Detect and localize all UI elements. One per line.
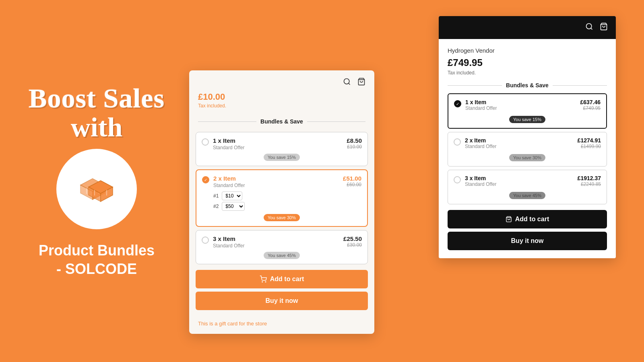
product-search-icon[interactable] [585,23,593,33]
add-to-cart-label: Add to cart [270,276,304,283]
bundle-1-save-badge: You save 15% [264,154,300,161]
buy-it-now-label: Buy it now [266,297,298,304]
product-bundle-3-save-badge: You save 45% [509,192,545,199]
product-bundle-row-2[interactable]: 2 x Item Standard Offer £1274.91 £1499.9… [448,132,607,167]
price-section: £10.00 Tax included. [189,92,374,114]
product-price: £749.95 [448,57,607,68]
left-panel: Boost Sales with [0,0,193,362]
product-bundle-row-3[interactable]: 3 x Item Standard Offer £1912.37 £2249.8… [448,170,607,204]
dropdown-select-2[interactable]: $50 $10 $100 [222,202,245,211]
product-bundle-1-offer: Standard Offer [465,105,497,111]
radio-2[interactable]: ✓ [202,176,209,183]
dropdown-select-1[interactable]: $10 $20 $50 [222,191,242,200]
bundle-1-old-price: £10.00 [347,144,362,150]
product-bundle-2-save-badge: You save 30% [509,154,545,161]
tax-label: Tax included. [198,103,365,109]
bundle-row-2[interactable]: ✓ 2 x Item Standard Offer #1 $10 $20 $50 [196,169,368,227]
product-topbar [439,16,616,39]
svg-line-16 [591,28,592,30]
cart-icon[interactable] [357,78,365,88]
vendor-name: Hydrogen Vendor [448,47,607,54]
product-bundles-label: Product Bundles - SOLCODE [39,241,155,279]
product-bundle-3-offer: Standard Offer [465,181,497,187]
bundle-2-offer: Standard Offer [213,183,245,188]
with-text: with [29,113,165,141]
bundle-3-new-price: £25.50 [343,235,362,242]
product-bundle-2-old-price: £1499.90 [578,144,601,149]
product-bundle-1-new-price: £637.46 [580,99,601,105]
card-product-body: Hydrogen Vendor £749.95 Tax included. Bu… [439,39,616,258]
product-bundle-3-old-price: £2249.85 [578,181,601,187]
product-bundle-row-1[interactable]: ✓ 1 x Item Standard Offer £637.46 £749.9… [448,93,607,129]
bundle-1-new-price: £8.50 [347,137,362,144]
bundles-save-header: Bundles & Save [189,114,374,129]
svg-point-14 [265,282,266,282]
boost-sales-title: Boost Sales [29,83,165,113]
bundle-row-3[interactable]: 3 x Item Standard Offer £25.50 £30.00 Yo… [196,230,368,264]
product-bundle-1-qty: 1 x Item [465,99,497,105]
add-to-cart-button[interactable]: Add to cart [196,270,368,288]
bundle-2-dropdowns: #1 $10 $20 $50 #2 $50 $10 [213,191,245,211]
product-cart-icon[interactable] [600,23,608,33]
product-bundle-1-old-price: £749.95 [580,105,601,111]
product-bundle-3-new-price: £1912.37 [578,175,601,181]
svg-line-11 [349,83,350,85]
bundle-1-qty: 1 x Item [213,137,245,144]
bundle-2-old-price: £60.00 [343,182,361,187]
product-buy-it-now-button[interactable]: Buy it now [448,232,607,250]
card-main: £10.00 Tax included. Bundles & Save 1 x … [189,70,374,334]
dropdown-row-2: #2 $50 $10 $100 [213,202,245,211]
svg-point-13 [262,282,263,282]
card-main-header [189,70,374,92]
svg-point-10 [344,79,349,84]
dropdown-label-1: #1 [213,193,219,199]
bundle-3-qty: 3 x Item [213,235,245,242]
logo-circle [56,149,137,229]
search-icon[interactable] [343,78,351,88]
main-price: £10.00 [198,92,365,102]
product-bundle-2-qty: 2 x Item [465,137,497,144]
product-bundle-1-save-badge: You save 15% [509,116,545,123]
bundle-3-old-price: £30.00 [343,242,362,248]
radio-1[interactable] [202,138,209,146]
svg-point-15 [586,24,592,29]
product-tax-label: Tax included. [448,70,607,76]
card-product: Hydrogen Vendor £749.95 Tax included. Bu… [439,16,616,258]
product-radio-3[interactable] [454,176,461,183]
bundle-3-save-badge: You save 45% [264,252,300,259]
bundle-1-offer: Standard Offer [213,145,245,150]
product-bundle-3-qty: 3 x Item [465,175,497,181]
gift-card-text: This is a gift card for the store [189,317,374,334]
product-add-to-cart-button[interactable]: Add to cart [448,210,607,228]
dropdown-label-2: #2 [213,204,219,209]
product-bundle-2-offer: Standard Offer [465,144,497,149]
bundle-2-new-price: £51.00 [343,175,361,182]
dropdown-row-1: #1 $10 $20 $50 [213,191,245,200]
bundle-2-qty: 2 x Item [213,175,245,182]
buy-it-now-button[interactable]: Buy it now [196,292,368,310]
product-bundles-header: Bundles & Save [448,82,607,88]
bundle-row-1[interactable]: 1 x Item Standard Offer £8.50 £10.00 You… [196,132,368,166]
product-radio-2[interactable] [454,138,461,146]
radio-3[interactable] [202,237,209,244]
product-bundle-2-new-price: £1274.91 [578,137,601,144]
product-add-to-cart-label: Add to cart [515,216,549,223]
bundle-3-offer: Standard Offer [213,243,245,249]
product-buy-it-now-label: Buy it now [511,237,544,244]
bundle-2-save-badge: You save 30% [264,214,300,221]
product-radio-1[interactable]: ✓ [454,100,461,107]
